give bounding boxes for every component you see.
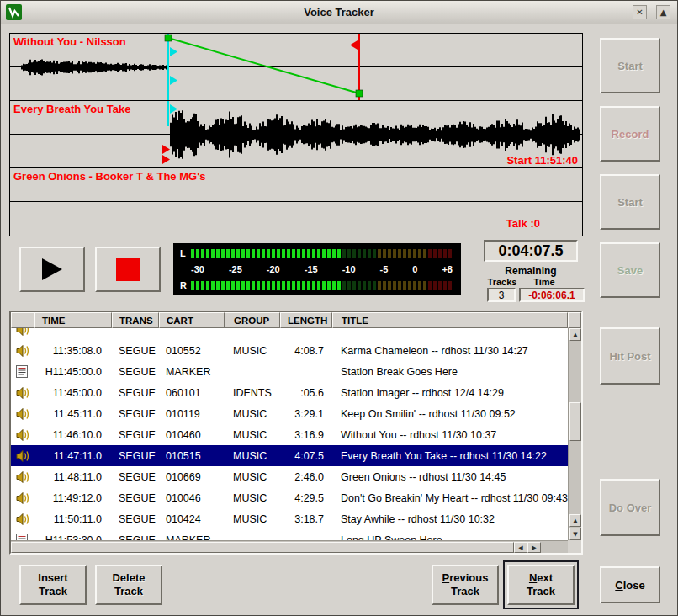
track3-centerline: [10, 201, 582, 202]
log-row[interactable]: 11:46:10.0SEGUE010460MUSIC3:16.9Without …: [11, 424, 568, 445]
next-track-button[interactable]: Next Track: [507, 565, 575, 605]
do-over-button[interactable]: Do Over: [600, 479, 660, 536]
remaining-tracks-label: Tracks: [485, 277, 519, 287]
cell-group: MUSIC: [225, 471, 280, 483]
log-row[interactable]: 11:48:11.0SEGUE010669MUSIC2:46.0Green On…: [11, 466, 568, 487]
end-marker-handle-icon[interactable]: [350, 40, 358, 50]
close-button[interactable]: Close: [600, 566, 660, 603]
track-1[interactable]: Without You - Nilsson: [10, 34, 582, 101]
log-row[interactable]: H11:45:00.0SEGUEMARKERStation Break Goes…: [11, 361, 568, 382]
cell-cart: MARKER: [159, 366, 225, 378]
track1-waveform: [22, 59, 167, 75]
save-button[interactable]: Save: [600, 242, 660, 298]
cell-cart: 010515: [159, 450, 225, 462]
speaker-icon: [11, 408, 34, 420]
track2-title: Every Breath You Take: [13, 103, 130, 115]
stop-button[interactable]: [95, 247, 161, 292]
scroll-down-icon[interactable]: ▼: [569, 528, 581, 540]
column-header-group[interactable]: GROUP: [225, 312, 280, 328]
cell-length: 3:16.9: [280, 429, 332, 441]
meter-scale-tick: -10: [342, 264, 356, 274]
hit-post-button[interactable]: Hit Post: [600, 327, 660, 385]
log-row[interactable]: 11:45:00.0SEGUE060101IDENTS:05.6Station …: [11, 382, 568, 403]
column-header-length[interactable]: LENGTH: [280, 312, 332, 328]
cell-trans: SEGUE: [112, 408, 159, 420]
start-marker-handle-icon[interactable]: [162, 145, 170, 154]
close-window-icon[interactable]: ✕: [633, 5, 647, 19]
horizontal-scrollbar[interactable]: ◀ ▶: [11, 540, 568, 553]
scroll-up-icon[interactable]: ▲: [569, 514, 581, 527]
column-header-title[interactable]: TITLE: [332, 312, 568, 328]
titlebar[interactable]: Voice Tracker ✕ ▲: [1, 1, 677, 24]
delete-track-label-line1: Delete: [112, 571, 145, 585]
cell-time: 11:50:11.0: [34, 513, 112, 525]
scroll-up-icon[interactable]: ▲: [569, 328, 581, 341]
cell-trans: SEGUE: [112, 513, 159, 525]
cell-group: MUSIC: [225, 450, 280, 462]
segue-marker-handle-icon[interactable]: [170, 47, 177, 56]
track-2[interactable]: Every Breath You Take Start 11:51:40: [10, 101, 582, 168]
track-3[interactable]: Green Onions - Booker T & The MG's Talk …: [10, 168, 582, 234]
cell-cart: 010460: [159, 429, 225, 441]
cell-length: 3:29.1: [280, 408, 332, 420]
cell-cart: 010046: [159, 492, 225, 504]
cell-title: Karma Chameleon -- rdhost 11/30 14:27: [332, 345, 568, 357]
log-row[interactable]: 11:50:11.0SEGUE010424MUSIC3:18.7Stay Awh…: [11, 508, 568, 529]
log-row[interactable]: 11:45:11.0SEGUE010119MUSIC3:29.1Keep On …: [11, 403, 568, 424]
scrollbar-corner: [568, 540, 581, 553]
cell-title: Stay Awhile -- rdhost 11/30 10:32: [332, 513, 568, 525]
track2-waveform: [171, 110, 580, 158]
remaining-label: Remaining: [484, 265, 578, 277]
cell-trans: SEGUE: [112, 345, 159, 357]
cell-length: 2:46.0: [280, 471, 332, 483]
shade-window-icon[interactable]: ▲: [656, 5, 670, 19]
log-row[interactable]: [11, 328, 568, 340]
marker-icon: [11, 365, 34, 378]
cell-cart: 010669: [159, 471, 225, 483]
delete-track-button[interactable]: Delete Track: [95, 565, 162, 605]
log-row[interactable]: 11:47:11.0SEGUE010515MUSIC4:07.5Every Br…: [11, 445, 568, 466]
log-row[interactable]: 11:49:12.0SEGUE010046MUSIC4:29.5Don't Go…: [11, 487, 568, 508]
horizontal-scroll-thumb[interactable]: [11, 542, 514, 553]
column-header-trans[interactable]: TRANS: [112, 312, 159, 328]
insert-track-button[interactable]: Insert Track: [19, 565, 87, 605]
scroll-right-icon[interactable]: ▶: [527, 542, 541, 553]
start-track3-button[interactable]: Start: [600, 174, 660, 230]
log-rows[interactable]: 11:35:08.0SEGUE010552MUSIC4:08.7Karma Ch…: [11, 328, 568, 540]
scroll-left-icon[interactable]: ◀: [514, 542, 527, 553]
start-track1-button[interactable]: Start: [600, 38, 660, 93]
meter-scale-tick: 0: [412, 264, 417, 274]
previous-track-button[interactable]: Previous Track: [432, 565, 499, 605]
vertical-scroll-thumb[interactable]: [569, 402, 581, 441]
log-row[interactable]: 11:35:08.0SEGUE010552MUSIC4:08.7Karma Ch…: [11, 340, 568, 361]
column-header-time[interactable]: TIME: [34, 312, 112, 328]
record-button[interactable]: Record: [600, 106, 660, 162]
column-header-cart[interactable]: CART: [159, 312, 225, 328]
delete-track-label-line2: Track: [114, 585, 143, 598]
log-row[interactable]: H11:53:30.0SEGUEMARKERLong UP Sweep Here: [11, 529, 568, 540]
waveform-panel: Without You - Nilsson Every Breath You T…: [9, 33, 583, 236]
cell-time: H11:45:00.0: [34, 366, 112, 378]
speaker-icon: [11, 345, 34, 357]
segue-marker-handle-icon[interactable]: [170, 76, 177, 85]
cell-group: MUSIC: [225, 513, 280, 525]
play-button[interactable]: [19, 247, 85, 292]
cell-title: Every Breath You Take -- rdhost 11/30 14…: [332, 450, 568, 462]
meter-right-channel-label: R: [180, 280, 191, 290]
fade-handle-icon[interactable]: [165, 35, 172, 41]
vertical-scrollbar[interactable]: ▲ ▲ ▼: [568, 328, 581, 540]
meter-scale-tick: -15: [305, 264, 318, 274]
marker-icon: [11, 534, 34, 540]
previous-track-label-line2: Track: [451, 585, 479, 598]
next-track-label-line1: Next: [529, 571, 553, 585]
column-header-icon[interactable]: [11, 312, 34, 328]
track1-title: Without You - Nilsson: [13, 35, 126, 48]
start-marker-handle-icon[interactable]: [162, 155, 170, 164]
fade-out-line[interactable]: [168, 38, 359, 93]
fade-handle-icon[interactable]: [356, 90, 363, 97]
cell-group: MUSIC: [225, 345, 280, 357]
cell-length: 4:07.5: [280, 450, 332, 462]
meter-left-bar: [191, 249, 453, 258]
stop-icon: [116, 258, 140, 281]
track3-talk-counter: Talk :0: [506, 217, 540, 230]
